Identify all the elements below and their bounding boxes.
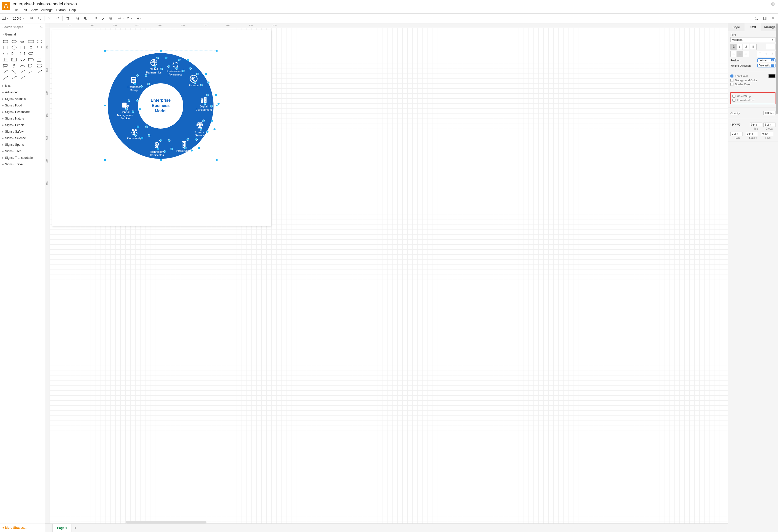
segment-technology-certificates[interactable]: TechnologyCertificates — [143, 141, 171, 157]
shape-17[interactable] — [19, 57, 27, 63]
shape-6[interactable] — [10, 45, 18, 50]
category-signs-nature[interactable]: ▶Signs / Nature — [0, 115, 45, 122]
zoom-in-button[interactable] — [28, 15, 35, 22]
segment-infrastructure[interactable]: Infrastructure — [170, 140, 198, 153]
valign-top-button[interactable] — [757, 51, 763, 57]
to-front-button[interactable] — [75, 15, 82, 22]
shadow-button[interactable] — [107, 15, 114, 22]
page-options-button[interactable]: ⋮ — [45, 526, 52, 530]
position-select[interactable]: Bottom⌄ — [757, 58, 775, 62]
document-title[interactable]: enterprise-business-model.drawio — [13, 1, 771, 7]
category-signs-transportation[interactable]: ▶Signs / Transportation — [0, 155, 45, 161]
shape-21[interactable] — [10, 63, 18, 69]
shape-18[interactable] — [27, 57, 35, 63]
underline-button[interactable]: U — [743, 44, 749, 50]
spacing-top-input[interactable]: 0 pt▲▼ — [750, 122, 762, 127]
view-mode-button[interactable]: ▼ — [2, 15, 9, 22]
shape-0[interactable] — [2, 39, 10, 44]
segment-response-group[interactable]: ResponseGroup — [120, 76, 148, 92]
menu-arrange[interactable]: Arrange — [41, 8, 53, 12]
category-signs-science[interactable]: ▶Signs / Science — [0, 135, 45, 142]
insert-button[interactable]: +▼ — [136, 15, 143, 22]
shape-25[interactable] — [2, 69, 10, 75]
valign-middle-button[interactable] — [763, 51, 769, 57]
formatted-text-checkbox[interactable] — [732, 99, 735, 102]
menu-help[interactable]: Help — [69, 8, 76, 12]
category-advanced[interactable]: ▶Advanced — [0, 89, 45, 96]
waypoint-button[interactable]: ▼ — [126, 15, 133, 22]
undo-button[interactable] — [46, 15, 53, 22]
horizontal-scrollbar[interactable] — [126, 521, 207, 523]
segment-environmental-awareness[interactable]: EnvironmentalAwareness — [162, 60, 189, 76]
shape-7[interactable] — [19, 45, 27, 50]
app-logo[interactable] — [2, 2, 10, 10]
shape-15[interactable] — [2, 57, 10, 63]
collapse-button[interactable] — [769, 15, 776, 22]
spacing-left-input[interactable]: 0 pt▲▼ — [730, 131, 743, 136]
shape-26[interactable] — [10, 69, 18, 75]
diagram-center-title[interactable]: EnterpriseBusinessModel — [143, 98, 178, 113]
category-signs-travel[interactable]: ▶Signs / Travel — [0, 161, 45, 168]
category-signs-animals[interactable]: ▶Signs / Animals — [0, 96, 45, 102]
category-signs-food[interactable]: ▶Signs / Food — [0, 102, 45, 109]
bg-color-checkbox[interactable] — [730, 79, 733, 82]
align-left-button[interactable] — [731, 51, 737, 57]
format-panel-button[interactable] — [761, 15, 768, 22]
shape-28[interactable] — [27, 69, 35, 75]
shape-22[interactable] — [19, 63, 27, 69]
valign-bottom-button[interactable] — [769, 51, 775, 57]
menu-edit[interactable]: Edit — [21, 8, 27, 12]
shape-23[interactable] — [27, 63, 35, 69]
line-color-button[interactable] — [100, 15, 107, 22]
menu-extras[interactable]: Extras — [56, 8, 66, 12]
category-signs-sports[interactable]: ▶Signs / Sports — [0, 142, 45, 148]
search-shapes-input[interactable] — [0, 23, 45, 31]
fill-color-button[interactable] — [92, 15, 99, 22]
panel-scrollbar[interactable] — [776, 23, 778, 114]
font-color-swatch[interactable] — [768, 74, 775, 78]
format-tab-text[interactable]: Text — [745, 23, 761, 31]
shape-24[interactable] — [35, 63, 44, 69]
category-general[interactable]: ▼General — [0, 31, 45, 38]
category-signs-healthcare[interactable]: ▶Signs / Healthcare — [0, 109, 45, 115]
category-signs-people[interactable]: ▶Signs / People — [0, 122, 45, 128]
shape-2[interactable]: Text — [19, 39, 27, 44]
align-center-button[interactable] — [737, 51, 743, 57]
language-icon[interactable] — [771, 2, 775, 7]
shape-14[interactable] — [35, 51, 44, 56]
shape-9[interactable] — [35, 45, 44, 50]
shape-20[interactable] — [2, 63, 10, 69]
to-back-button[interactable] — [82, 15, 89, 22]
shape-19[interactable] — [35, 57, 44, 63]
segment-community[interactable]: Community — [121, 127, 148, 140]
category-signs-safety[interactable]: ▶Signs / Safety — [0, 128, 45, 135]
shape-11[interactable] — [10, 51, 18, 56]
segment-central-management-service[interactable]: CentralManagementService — [111, 101, 139, 120]
spacing-global-input[interactable]: 2 pt▲▼ — [763, 122, 775, 127]
word-wrap-checkbox[interactable] — [732, 95, 735, 98]
segment-finance[interactable]: Finance — [180, 74, 208, 87]
page-tab-1[interactable]: Page-1 — [52, 524, 72, 532]
menu-file[interactable]: File — [13, 8, 18, 12]
shape-16[interactable] — [10, 57, 18, 63]
bold-button[interactable]: B — [731, 44, 737, 50]
shape-4[interactable] — [35, 39, 44, 44]
shape-13[interactable] — [27, 51, 35, 56]
align-right-button[interactable] — [743, 51, 749, 57]
connection-button[interactable]: ▼ — [118, 15, 125, 22]
shape-5[interactable] — [2, 45, 10, 50]
shape-27[interactable] — [19, 69, 27, 75]
italic-button[interactable]: I — [737, 44, 743, 50]
shape-30[interactable] — [2, 75, 10, 81]
menu-view[interactable]: View — [30, 8, 37, 12]
shape-31[interactable] — [10, 75, 18, 81]
spacing-right-input[interactable]: 0 pt▲▼ — [761, 131, 773, 136]
format-tab-arrange[interactable]: Arrange — [761, 23, 778, 31]
zoom-level[interactable]: 100%▼ — [12, 17, 25, 20]
opacity-input[interactable]: 100 %▲▼ — [763, 111, 775, 115]
more-shapes-button[interactable]: More Shapes... — [0, 523, 45, 532]
category-signs-tech[interactable]: ▶Signs / Tech — [0, 148, 45, 155]
fullscreen-button[interactable] — [753, 15, 760, 22]
zoom-out-button[interactable] — [36, 15, 43, 22]
font-color-checkbox[interactable] — [730, 75, 733, 78]
